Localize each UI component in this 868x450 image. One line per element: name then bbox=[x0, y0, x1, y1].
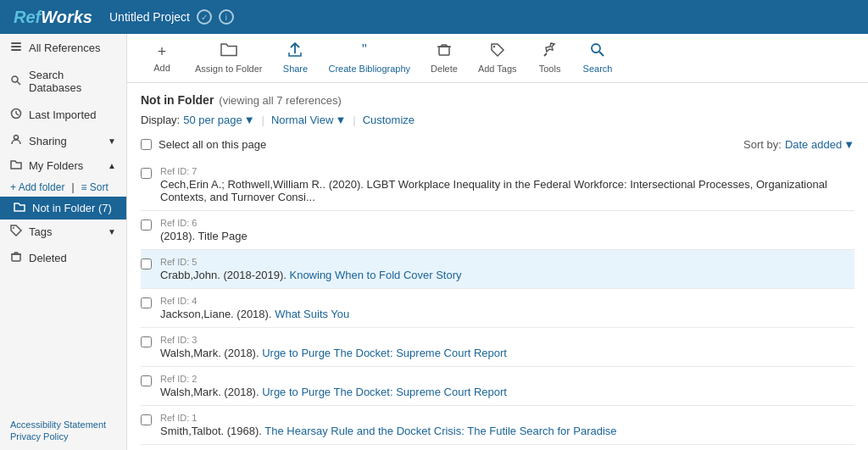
tools-button[interactable]: Tools bbox=[529, 39, 571, 77]
ref-4-checkbox[interactable] bbox=[141, 297, 152, 308]
add-icon: + bbox=[158, 43, 167, 61]
last-imported-label: Last Imported bbox=[29, 108, 97, 121]
ref-1-checkbox[interactable] bbox=[141, 414, 152, 425]
sort-selector[interactable]: Date added ▼ bbox=[785, 138, 854, 151]
sidebar-item-sharing[interactable]: Sharing ▼ bbox=[0, 129, 126, 153]
ref-6-id: Ref ID: 6 bbox=[160, 218, 854, 228]
ref-1-text: Smith,Talbot. (1968). The Hearsay Rule a… bbox=[160, 425, 854, 437]
references-content: Not in Folder (viewing all 7 references)… bbox=[127, 83, 868, 450]
ref-1-link[interactable]: The Hearsay Rule and the Docket Crisis: … bbox=[264, 425, 616, 437]
sidebar-item-my-folders[interactable]: My Folders ▲ bbox=[0, 153, 126, 178]
ref-5-content: Ref ID: 5 Crabb,John. (2018-2019). Knowi… bbox=[160, 257, 854, 281]
sidebar-item-last-imported[interactable]: Last Imported bbox=[0, 101, 126, 129]
sidebar-item-search-databases[interactable]: Search Databases bbox=[0, 62, 126, 101]
table-row: Ref ID: 4 Jackson,Liane. (2018). What Su… bbox=[141, 289, 854, 328]
svg-rect-2 bbox=[11, 49, 21, 51]
ref-7-id: Ref ID: 7 bbox=[160, 166, 854, 176]
bibliography-icon: " bbox=[362, 42, 377, 62]
project-info-icon[interactable]: i bbox=[219, 9, 234, 25]
per-page-value: 50 per page bbox=[183, 114, 242, 126]
sidebar-item-tags[interactable]: Tags ▼ bbox=[0, 219, 126, 244]
add-label: Add bbox=[153, 63, 170, 73]
assign-folder-icon bbox=[220, 42, 237, 62]
customize-link[interactable]: Customize bbox=[363, 114, 415, 126]
tags-chevron: ▼ bbox=[108, 227, 116, 236]
ref-2-link[interactable]: Urge to Purge The Docket: Supreme Court … bbox=[262, 386, 507, 398]
ref-5-checkbox[interactable] bbox=[141, 258, 152, 269]
search-icon bbox=[590, 42, 605, 62]
assign-to-folder-button[interactable]: Assign to Folder bbox=[186, 39, 270, 77]
share-button[interactable]: Share bbox=[274, 39, 316, 77]
delete-button[interactable]: Delete bbox=[422, 39, 466, 77]
heading-subtext: (viewing all 7 references) bbox=[219, 94, 342, 107]
ref-6-content: Ref ID: 6 (2018). Title Page bbox=[160, 218, 854, 242]
all-references-icon bbox=[10, 41, 22, 55]
svg-line-22 bbox=[544, 53, 547, 56]
privacy-link[interactable]: Privacy Policy bbox=[10, 431, 116, 442]
ref-4-text: Jackson,Liane. (2018). What Suits You bbox=[160, 308, 854, 320]
sharing-chevron: ▼ bbox=[108, 136, 116, 146]
table-row: Ref ID: 3 Walsh,Mark. (2018). Urge to Pu… bbox=[141, 328, 854, 367]
select-all-checkbox[interactable] bbox=[141, 139, 152, 150]
view-mode-selector[interactable]: Normal View ▼ bbox=[271, 114, 346, 126]
ref-7-checkbox[interactable] bbox=[141, 168, 152, 179]
ref-5-link[interactable]: Knowing When to Fold Cover Story bbox=[289, 269, 461, 281]
ref-3-text: Walsh,Mark. (2018). Urge to Purge The Do… bbox=[160, 347, 854, 359]
sort-value: Date added bbox=[785, 138, 842, 151]
bibliography-label: Create Bibliography bbox=[328, 64, 410, 74]
logo-ref: Ref bbox=[14, 8, 41, 26]
sidebar: All References Search Databases Last Imp… bbox=[0, 34, 127, 450]
project-check-icon[interactable]: ✓ bbox=[197, 9, 212, 25]
sort-link[interactable]: ≡ Sort bbox=[81, 181, 108, 193]
search-databases-icon bbox=[10, 75, 22, 89]
per-page-selector[interactable]: 50 per page ▼ bbox=[183, 114, 254, 126]
svg-rect-0 bbox=[11, 42, 21, 44]
svg-rect-16 bbox=[439, 47, 449, 55]
sidebar-item-deleted[interactable]: Deleted bbox=[0, 244, 126, 272]
svg-line-7 bbox=[16, 114, 19, 115]
create-bibliography-button[interactable]: " Create Bibliography bbox=[320, 39, 419, 77]
svg-point-21 bbox=[493, 46, 495, 47]
heading-text: Not in Folder bbox=[141, 93, 214, 107]
display-label: Display: bbox=[141, 114, 180, 126]
view-mode-chevron: ▼ bbox=[335, 114, 346, 126]
my-folders-label: My Folders bbox=[29, 159, 83, 172]
ref-3-link[interactable]: Urge to Purge The Docket: Supreme Court … bbox=[262, 347, 507, 359]
ref-5-id: Ref ID: 5 bbox=[160, 257, 854, 267]
sidebar-item-all-references[interactable]: All References bbox=[0, 34, 126, 62]
svg-rect-10 bbox=[12, 254, 20, 261]
tags-icon bbox=[10, 225, 22, 239]
per-page-chevron: ▼ bbox=[244, 114, 255, 126]
my-folders-icon bbox=[10, 158, 22, 173]
add-button[interactable]: + Add bbox=[141, 40, 183, 76]
ref-1-content: Ref ID: 1 Smith,Talbot. (1968). The Hear… bbox=[160, 413, 854, 437]
add-folder-link[interactable]: + Add folder bbox=[10, 181, 64, 193]
ref-6-checkbox[interactable] bbox=[141, 219, 152, 231]
deleted-label: Deleted bbox=[29, 252, 67, 264]
delete-icon bbox=[437, 42, 452, 62]
actions-separator: | bbox=[71, 181, 74, 193]
share-label: Share bbox=[283, 64, 308, 74]
assign-folder-label: Assign to Folder bbox=[195, 64, 262, 74]
my-folders-chevron: ▲ bbox=[108, 161, 116, 170]
ref-2-checkbox[interactable] bbox=[141, 375, 152, 386]
search-label: Search bbox=[583, 64, 613, 74]
ref-4-link[interactable]: What Suits You bbox=[275, 308, 349, 320]
add-tags-button[interactable]: Add Tags bbox=[470, 39, 526, 77]
search-databases-label: Search Databases bbox=[29, 69, 116, 94]
add-tags-icon bbox=[490, 42, 505, 62]
delete-label: Delete bbox=[431, 64, 458, 74]
svg-point-9 bbox=[13, 227, 14, 229]
app-logo: RefWorks bbox=[14, 8, 92, 27]
tools-icon bbox=[542, 42, 558, 62]
select-all-bar: Select all on this page Sort by: Date ad… bbox=[141, 135, 854, 154]
ref-6-text: (2018). Title Page bbox=[160, 230, 854, 242]
display-bar: Display: 50 per page ▼ | Normal View ▼ |… bbox=[141, 114, 854, 126]
sharing-label: Sharing bbox=[29, 135, 67, 147]
ref-3-checkbox[interactable] bbox=[141, 336, 152, 347]
accessibility-link[interactable]: Accessibility Statement bbox=[10, 419, 116, 430]
view-mode-value: Normal View bbox=[271, 114, 333, 126]
sidebar-folder-not-in-folder[interactable]: Not in Folder (7) bbox=[0, 197, 126, 219]
table-row: Ref ID: 7 Cech,Erin A.; Rothwell,William… bbox=[141, 159, 854, 211]
search-button[interactable]: Search bbox=[575, 39, 621, 77]
